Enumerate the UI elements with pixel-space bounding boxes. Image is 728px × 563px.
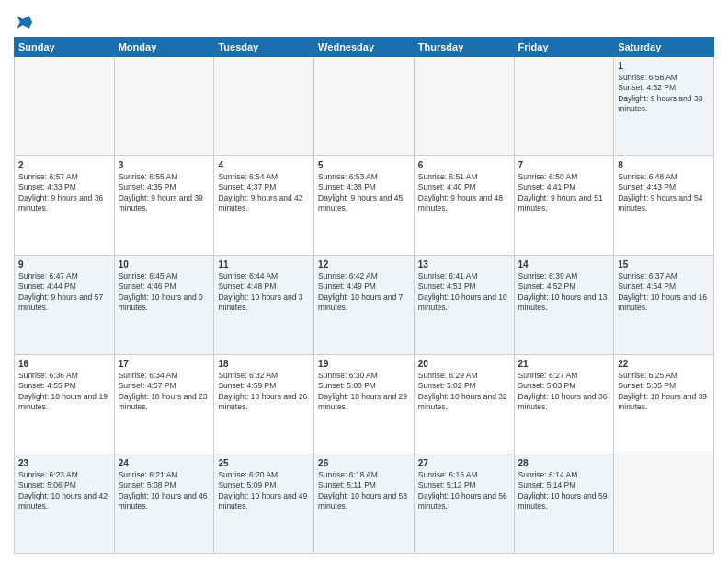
day-info: Sunrise: 6:45 AM Sunset: 4:46 PM Dayligh…: [119, 271, 210, 314]
day-number: 12: [318, 259, 410, 270]
calendar-cell: 14Sunrise: 6:39 AM Sunset: 4:52 PM Dayli…: [514, 256, 614, 355]
calendar-cell: 20Sunrise: 6:29 AM Sunset: 5:02 PM Dayli…: [414, 355, 514, 454]
calendar-cell: 27Sunrise: 6:16 AM Sunset: 5:12 PM Dayli…: [414, 454, 514, 554]
day-number: 6: [418, 159, 510, 171]
calendar-cell: 2Sunrise: 6:57 AM Sunset: 4:33 PM Daylig…: [15, 156, 115, 256]
day-info: Sunrise: 6:53 AM Sunset: 4:38 PM Dayligh…: [318, 172, 410, 214]
calendar-week-2: 2Sunrise: 6:57 AM Sunset: 4:33 PM Daylig…: [15, 156, 714, 256]
day-info: Sunrise: 6:39 AM Sunset: 4:52 PM Dayligh…: [518, 271, 610, 314]
day-number: 14: [518, 259, 610, 270]
day-number: 28: [518, 457, 610, 469]
calendar-cell: 12Sunrise: 6:42 AM Sunset: 4:49 PM Dayli…: [314, 256, 415, 355]
day-number: 7: [518, 159, 610, 171]
calendar-week-3: 9Sunrise: 6:47 AM Sunset: 4:44 PM Daylig…: [15, 256, 714, 355]
calendar-cell: 19Sunrise: 6:30 AM Sunset: 5:00 PM Dayli…: [314, 355, 415, 454]
calendar-cell: 13Sunrise: 6:41 AM Sunset: 4:51 PM Dayli…: [414, 256, 514, 355]
logo-icon: [14, 13, 32, 31]
day-info: Sunrise: 6:18 AM Sunset: 5:11 PM Dayligh…: [318, 470, 410, 512]
calendar-cell: 16Sunrise: 6:36 AM Sunset: 4:55 PM Dayli…: [15, 355, 115, 454]
day-number: 21: [518, 358, 610, 370]
calendar-cell: 10Sunrise: 6:45 AM Sunset: 4:46 PM Dayli…: [114, 256, 214, 355]
calendar-cell: 28Sunrise: 6:14 AM Sunset: 5:14 PM Dayli…: [514, 454, 614, 554]
calendar-cell: 8Sunrise: 6:48 AM Sunset: 4:43 PM Daylig…: [614, 156, 714, 256]
day-number: 1: [618, 60, 710, 72]
calendar-cell: 11Sunrise: 6:44 AM Sunset: 4:48 PM Dayli…: [214, 256, 314, 355]
day-number: 8: [618, 159, 710, 171]
calendar-header-row: SundayMondayTuesdayWednesdayThursdayFrid…: [15, 38, 714, 57]
calendar-cell: [514, 57, 614, 156]
day-number: 16: [18, 358, 110, 370]
day-number: 13: [418, 259, 510, 270]
col-header-tuesday: Tuesday: [214, 38, 314, 57]
day-number: 26: [318, 457, 410, 469]
day-number: 2: [18, 159, 110, 171]
day-info: Sunrise: 6:14 AM Sunset: 5:14 PM Dayligh…: [518, 470, 610, 512]
col-header-saturday: Saturday: [614, 38, 714, 57]
calendar-cell: 24Sunrise: 6:21 AM Sunset: 5:08 PM Dayli…: [114, 454, 214, 554]
day-number: 19: [318, 358, 410, 370]
day-number: 23: [18, 457, 110, 469]
calendar-cell: 23Sunrise: 6:23 AM Sunset: 5:06 PM Dayli…: [15, 454, 115, 554]
page: SundayMondayTuesdayWednesdayThursdayFrid…: [0, 0, 728, 563]
day-number: 22: [618, 358, 710, 370]
header: [14, 9, 714, 31]
day-info: Sunrise: 6:25 AM Sunset: 5:05 PM Dayligh…: [618, 371, 710, 413]
day-info: Sunrise: 6:48 AM Sunset: 4:43 PM Dayligh…: [618, 172, 710, 214]
col-header-sunday: Sunday: [15, 38, 115, 57]
calendar-cell: [15, 57, 115, 156]
day-info: Sunrise: 6:34 AM Sunset: 4:57 PM Dayligh…: [119, 371, 210, 413]
calendar-cell: 26Sunrise: 6:18 AM Sunset: 5:11 PM Dayli…: [314, 454, 415, 554]
calendar-cell: [114, 57, 214, 156]
day-info: Sunrise: 6:44 AM Sunset: 4:48 PM Dayligh…: [218, 271, 310, 314]
day-number: 15: [618, 259, 710, 270]
calendar-week-5: 23Sunrise: 6:23 AM Sunset: 5:06 PM Dayli…: [15, 454, 714, 554]
day-number: 27: [418, 457, 510, 469]
day-info: Sunrise: 6:50 AM Sunset: 4:41 PM Dayligh…: [518, 172, 610, 214]
day-info: Sunrise: 6:20 AM Sunset: 5:09 PM Dayligh…: [218, 470, 310, 512]
day-info: Sunrise: 6:42 AM Sunset: 4:49 PM Dayligh…: [318, 271, 410, 314]
calendar-table: SundayMondayTuesdayWednesdayThursdayFrid…: [14, 37, 714, 554]
calendar-cell: 5Sunrise: 6:53 AM Sunset: 4:38 PM Daylig…: [314, 156, 415, 256]
calendar-cell: 25Sunrise: 6:20 AM Sunset: 5:09 PM Dayli…: [214, 454, 314, 554]
calendar-week-1: 1Sunrise: 6:58 AM Sunset: 4:32 PM Daylig…: [15, 57, 714, 156]
day-number: 24: [119, 457, 210, 469]
day-info: Sunrise: 6:29 AM Sunset: 5:02 PM Dayligh…: [418, 371, 510, 413]
calendar-cell: 6Sunrise: 6:51 AM Sunset: 4:40 PM Daylig…: [414, 156, 514, 256]
calendar-cell: 22Sunrise: 6:25 AM Sunset: 5:05 PM Dayli…: [614, 355, 714, 454]
day-number: 4: [218, 159, 310, 171]
calendar-cell: 15Sunrise: 6:37 AM Sunset: 4:54 PM Dayli…: [614, 256, 714, 355]
col-header-monday: Monday: [114, 38, 214, 57]
day-info: Sunrise: 6:21 AM Sunset: 5:08 PM Dayligh…: [119, 470, 210, 512]
day-info: Sunrise: 6:37 AM Sunset: 4:54 PM Dayligh…: [618, 271, 710, 314]
day-info: Sunrise: 6:55 AM Sunset: 4:35 PM Dayligh…: [119, 172, 210, 214]
calendar-cell: 9Sunrise: 6:47 AM Sunset: 4:44 PM Daylig…: [15, 256, 115, 355]
calendar-cell: 3Sunrise: 6:55 AM Sunset: 4:35 PM Daylig…: [114, 156, 214, 256]
day-info: Sunrise: 6:41 AM Sunset: 4:51 PM Dayligh…: [418, 271, 510, 314]
calendar-cell: 1Sunrise: 6:58 AM Sunset: 4:32 PM Daylig…: [614, 57, 714, 156]
day-info: Sunrise: 6:30 AM Sunset: 5:00 PM Dayligh…: [318, 371, 410, 413]
col-header-thursday: Thursday: [414, 38, 514, 57]
day-info: Sunrise: 6:16 AM Sunset: 5:12 PM Dayligh…: [418, 470, 510, 512]
calendar-cell: 7Sunrise: 6:50 AM Sunset: 4:41 PM Daylig…: [514, 156, 614, 256]
day-info: Sunrise: 6:51 AM Sunset: 4:40 PM Dayligh…: [418, 172, 510, 214]
calendar-cell: [214, 57, 314, 156]
day-info: Sunrise: 6:23 AM Sunset: 5:06 PM Dayligh…: [18, 470, 110, 512]
day-info: Sunrise: 6:57 AM Sunset: 4:33 PM Dayligh…: [18, 172, 110, 214]
day-info: Sunrise: 6:54 AM Sunset: 4:37 PM Dayligh…: [218, 172, 310, 214]
day-info: Sunrise: 6:32 AM Sunset: 4:59 PM Dayligh…: [218, 371, 310, 413]
calendar-cell: 18Sunrise: 6:32 AM Sunset: 4:59 PM Dayli…: [214, 355, 314, 454]
col-header-friday: Friday: [514, 38, 614, 57]
calendar-cell: [414, 57, 514, 156]
calendar-cell: 17Sunrise: 6:34 AM Sunset: 4:57 PM Dayli…: [114, 355, 214, 454]
day-number: 10: [119, 259, 210, 270]
day-info: Sunrise: 6:27 AM Sunset: 5:03 PM Dayligh…: [518, 371, 610, 413]
day-info: Sunrise: 6:36 AM Sunset: 4:55 PM Dayligh…: [18, 371, 110, 413]
day-number: 20: [418, 358, 510, 370]
calendar-cell: 21Sunrise: 6:27 AM Sunset: 5:03 PM Dayli…: [514, 355, 614, 454]
day-number: 3: [119, 159, 210, 171]
svg-marker-1: [29, 16, 32, 28]
day-number: 18: [218, 358, 310, 370]
calendar-cell: [614, 454, 714, 554]
day-number: 5: [318, 159, 410, 171]
day-number: 11: [218, 259, 310, 270]
